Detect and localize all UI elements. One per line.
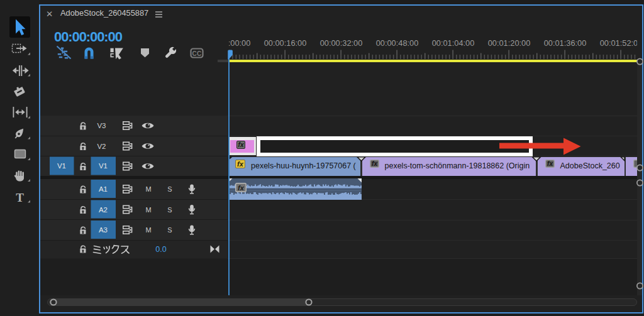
svg-text:A3: A3 — [99, 226, 108, 234]
svg-text:T: T — [16, 191, 24, 204]
svg-text:CC: CC — [192, 50, 201, 57]
svg-text:M: M — [145, 206, 151, 214]
svg-text:M: M — [145, 185, 151, 193]
svg-text:00:00:00:00: 00:00:00:00 — [229, 38, 250, 48]
svg-text:V1: V1 — [99, 162, 108, 170]
svg-text:M: M — [145, 226, 151, 234]
svg-text:V3: V3 — [97, 122, 106, 129]
svg-text:00:00:32:00: 00:00:32:00 — [320, 38, 363, 48]
svg-text:S: S — [167, 226, 172, 234]
svg-text:S: S — [167, 185, 172, 193]
svg-text:S: S — [167, 206, 172, 214]
svg-text:00:01:52:00: 00:01:52:00 — [600, 38, 637, 48]
svg-text:00:01:20:00: 00:01:20:00 — [488, 38, 531, 48]
svg-text:fx: fx — [238, 183, 245, 191]
svg-text:A1: A1 — [99, 185, 108, 193]
svg-text:00:01:04:00: 00:01:04:00 — [432, 38, 475, 48]
svg-text:A2: A2 — [99, 206, 108, 214]
svg-text:00:01:36:00: 00:01:36:00 — [544, 38, 587, 48]
svg-text:V2: V2 — [97, 143, 106, 150]
svg-text:00:00:48:00: 00:00:48:00 — [376, 38, 419, 48]
svg-text:fx: fx — [238, 141, 243, 148]
svg-text:0.0: 0.0 — [155, 245, 166, 254]
svg-text:V1: V1 — [57, 162, 66, 170]
svg-text:00:00:16:00: 00:00:16:00 — [264, 38, 307, 48]
